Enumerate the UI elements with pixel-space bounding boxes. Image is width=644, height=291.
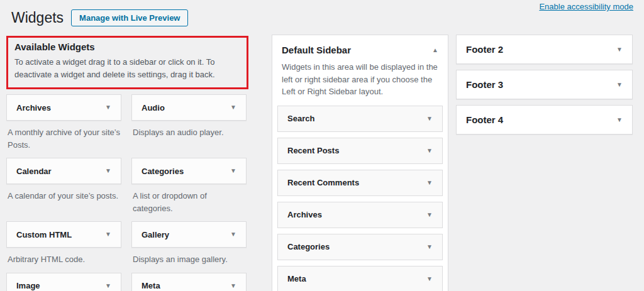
widget-cell: Gallery ▼ Displays an image gallery.: [131, 221, 247, 273]
chevron-down-icon[interactable]: ▼: [230, 168, 236, 174]
widget-card-title: Calendar: [16, 167, 52, 176]
widget-card-title: Audio: [142, 103, 165, 113]
available-widgets-header-highlight: Available Widgets To activate a widget d…: [6, 36, 248, 89]
widget-card-audio[interactable]: Audio ▼: [131, 94, 247, 121]
widget-card-title: Image: [16, 281, 40, 290]
chevron-down-icon[interactable]: ▼: [105, 283, 111, 289]
widget-card-gallery[interactable]: Gallery ▼: [131, 221, 247, 248]
chevron-down-icon[interactable]: ▼: [230, 283, 236, 289]
widget-cell: Audio ▼ Displays an audio player.: [131, 94, 247, 158]
available-widgets-section: Available Widgets To activate a widget d…: [6, 36, 248, 291]
chevron-down-icon[interactable]: ▼: [105, 231, 111, 238]
page-title: Widgets: [11, 9, 64, 28]
footer-panel-title: Footer 3: [466, 79, 503, 90]
widget-card-title: Custom HTML: [16, 230, 72, 239]
sidebar-widget-title: Meta: [287, 274, 306, 283]
default-sidebar-description: Widgets in this area will be displayed i…: [272, 55, 448, 106]
widget-description: Arbitrary HTML code.: [6, 248, 121, 273]
widget-card-meta[interactable]: Meta ▼: [131, 273, 247, 291]
sidebar-widget-archives[interactable]: Archives ▼: [277, 202, 443, 228]
footer-2-panel[interactable]: Footer 2 ▼: [456, 35, 633, 64]
chevron-down-icon[interactable]: ▼: [426, 244, 433, 250]
sidebar-widget-title: Recent Comments: [287, 178, 359, 187]
sidebar-widget-title: Archives: [287, 210, 322, 219]
sidebar-widget-title: Categories: [287, 242, 330, 251]
widget-card-archives[interactable]: Archives ▼: [6, 94, 121, 121]
chevron-down-icon[interactable]: ▼: [616, 117, 623, 123]
footer-panel-title: Footer 4: [466, 114, 503, 125]
chevron-down-icon[interactable]: ▼: [426, 276, 433, 282]
widget-cell: Categories ▼ A list or dropdown of categ…: [131, 158, 247, 221]
widget-card-title: Categories: [142, 167, 184, 176]
widget-card-title: Gallery: [142, 230, 169, 239]
sidebar-widget-title: Search: [287, 114, 314, 123]
footer-4-panel[interactable]: Footer 4 ▼: [456, 105, 633, 135]
default-sidebar-title: Default Sidebar: [282, 45, 351, 55]
widget-description: Displays an image gallery.: [131, 248, 247, 273]
available-widgets-grid: Archives ▼ A monthly archive of your sit…: [6, 94, 248, 291]
widget-card-title: Meta: [142, 281, 160, 290]
widget-description: A calendar of your site’s posts.: [6, 184, 121, 209]
widget-cell: Image ▼: [6, 273, 121, 291]
chevron-down-icon[interactable]: ▼: [616, 82, 623, 88]
default-sidebar-widget-list: Search ▼ Recent Posts ▼ Recent Comments …: [272, 106, 448, 291]
chevron-down-icon[interactable]: ▼: [105, 168, 111, 174]
available-widgets-description: To activate a widget drag it to a sideba…: [14, 56, 240, 81]
sidebar-widget-categories[interactable]: Categories ▼: [277, 234, 443, 260]
footer-panel-title: Footer 2: [466, 44, 503, 55]
widget-card-categories[interactable]: Categories ▼: [131, 158, 247, 184]
chevron-down-icon[interactable]: ▼: [426, 212, 433, 218]
widget-card-image[interactable]: Image ▼: [6, 273, 121, 291]
chevron-down-icon[interactable]: ▼: [105, 104, 111, 111]
widget-card-calendar[interactable]: Calendar ▼: [6, 158, 121, 184]
default-sidebar-panel: Default Sidebar ▲ Widgets in this area w…: [272, 35, 448, 291]
available-widgets-title: Available Widgets: [14, 41, 240, 52]
chevron-up-icon[interactable]: ▲: [432, 47, 438, 53]
widget-card-custom-html[interactable]: Custom HTML ▼: [6, 221, 121, 248]
default-sidebar-header[interactable]: Default Sidebar ▲: [272, 35, 448, 55]
footer-sidebars-column: Footer 2 ▼ Footer 3 ▼ Footer 4 ▼: [456, 35, 633, 140]
chevron-down-icon[interactable]: ▼: [426, 116, 433, 122]
chevron-down-icon[interactable]: ▼: [426, 148, 433, 154]
chevron-down-icon[interactable]: ▼: [230, 231, 236, 238]
page-header: Widgets Manage with Live Preview: [11, 9, 188, 28]
enable-accessibility-mode-link[interactable]: Enable accessibility mode: [539, 2, 633, 11]
widget-cell: Archives ▼ A monthly archive of your sit…: [6, 94, 121, 158]
widget-card-title: Archives: [16, 103, 51, 113]
manage-live-preview-button[interactable]: Manage with Live Preview: [71, 9, 188, 26]
chevron-down-icon[interactable]: ▼: [616, 47, 623, 53]
sidebar-widget-recent-comments[interactable]: Recent Comments ▼: [277, 170, 443, 196]
sidebar-widget-meta[interactable]: Meta ▼: [277, 266, 443, 291]
widget-description: Displays an audio player.: [131, 121, 247, 146]
sidebar-widget-title: Recent Posts: [287, 146, 339, 155]
widget-cell: Meta ▼: [131, 273, 247, 291]
sidebar-widget-recent-posts[interactable]: Recent Posts ▼: [277, 138, 443, 164]
chevron-down-icon[interactable]: ▼: [230, 104, 236, 111]
widget-cell: Calendar ▼ A calendar of your site’s pos…: [6, 158, 121, 221]
widget-description: A list or dropdown of categories.: [131, 184, 247, 221]
widget-cell: Custom HTML ▼ Arbitrary HTML code.: [6, 221, 121, 273]
sidebar-widget-search[interactable]: Search ▼: [277, 106, 443, 132]
chevron-down-icon[interactable]: ▼: [426, 180, 433, 186]
footer-3-panel[interactable]: Footer 3 ▼: [456, 70, 633, 99]
widget-description: A monthly archive of your site’s Posts.: [6, 121, 121, 158]
